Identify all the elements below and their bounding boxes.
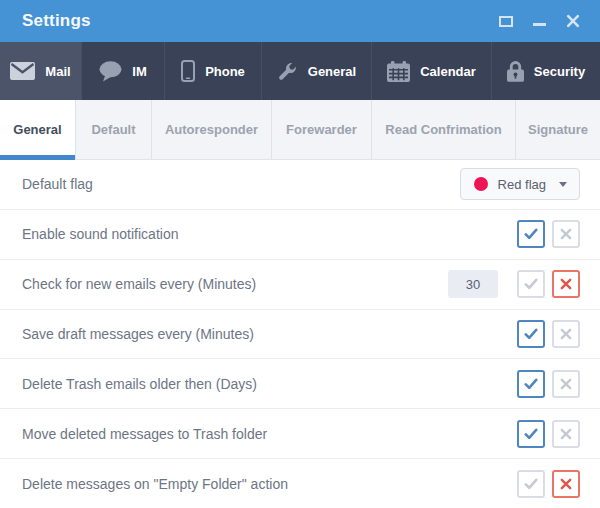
nav-tab-general[interactable]: General xyxy=(262,42,372,100)
setting-row-move-deleted: Move deleted messages to Trash folder xyxy=(0,409,600,459)
nav-tab-im[interactable]: IM xyxy=(82,42,165,100)
setting-row-check-emails: Check for new emails every (Minutes) xyxy=(0,260,600,310)
nav-tab-phone[interactable]: Phone xyxy=(165,42,262,100)
reject-button[interactable] xyxy=(552,420,580,448)
subtab-label: Default xyxy=(91,122,135,137)
dropdown-value: Red flag xyxy=(498,177,546,192)
setting-label: Save draft messages every (Minutes) xyxy=(22,326,254,342)
phone-icon xyxy=(181,60,195,82)
minimize-button[interactable] xyxy=(533,17,546,26)
chat-icon xyxy=(99,61,122,82)
accept-button[interactable] xyxy=(517,370,545,398)
mail-subtabs: General Default Autoresponder Forewarder… xyxy=(0,100,600,160)
setting-label: Delete Trash emails older then (Days) xyxy=(22,376,257,392)
nav-tab-security[interactable]: Security xyxy=(492,42,600,100)
cross-icon xyxy=(560,278,572,290)
nav-tab-label: General xyxy=(308,64,356,79)
maximize-icon xyxy=(499,16,513,27)
nav-tab-label: Security xyxy=(534,64,585,79)
reject-button[interactable] xyxy=(552,270,580,298)
setting-row-delete-trash: Delete Trash emails older then (Days) xyxy=(0,359,600,409)
setting-label: Move deleted messages to Trash folder xyxy=(22,426,267,442)
cross-icon xyxy=(560,378,572,390)
red-flag-dot-icon xyxy=(474,177,488,191)
settings-list: Default flag Red flag Enable sound notif… xyxy=(0,160,600,508)
setting-label: Delete messages on "Empty Folder" action xyxy=(22,476,288,492)
nav-tab-mail[interactable]: Mail xyxy=(0,42,82,100)
titlebar: Settings xyxy=(0,0,600,42)
setting-label: Check for new emails every (Minutes) xyxy=(22,276,256,292)
nav-tab-label: IM xyxy=(132,64,146,79)
subtab-signature[interactable]: Signature xyxy=(516,100,600,159)
minutes-input[interactable] xyxy=(448,270,498,298)
accept-button[interactable] xyxy=(517,270,545,298)
settings-window: Settings Mail IM xyxy=(0,0,600,508)
check-icon xyxy=(524,228,538,240)
nav-tab-label: Calendar xyxy=(420,64,476,79)
close-icon xyxy=(566,14,580,28)
subtab-label: Autoresponder xyxy=(165,122,258,137)
subtab-read-confrimation[interactable]: Read Confrimation xyxy=(372,100,516,159)
main-nav: Mail IM Phone General xyxy=(0,42,600,100)
check-icon xyxy=(524,428,538,440)
accept-button[interactable] xyxy=(517,320,545,348)
wrench-icon xyxy=(277,61,298,82)
accept-button[interactable] xyxy=(517,220,545,248)
nav-tab-calendar[interactable]: Calendar xyxy=(372,42,492,100)
check-icon xyxy=(524,378,538,390)
close-button[interactable] xyxy=(566,14,580,28)
setting-row-default-flag: Default flag Red flag xyxy=(0,160,600,210)
setting-label: Default flag xyxy=(22,176,93,192)
minimize-icon xyxy=(533,23,546,26)
subtab-general[interactable]: General xyxy=(0,100,76,159)
subtab-forewarder[interactable]: Forewarder xyxy=(272,100,372,159)
calendar-icon xyxy=(387,61,410,82)
check-icon xyxy=(524,328,538,340)
default-flag-dropdown[interactable]: Red flag xyxy=(460,168,580,200)
maximize-button[interactable] xyxy=(499,16,513,27)
nav-tab-label: Phone xyxy=(205,64,245,79)
subtab-label: General xyxy=(13,122,61,137)
accept-button[interactable] xyxy=(517,420,545,448)
cross-icon xyxy=(560,328,572,340)
reject-button[interactable] xyxy=(552,220,580,248)
cross-icon xyxy=(560,228,572,240)
reject-button[interactable] xyxy=(552,320,580,348)
mail-icon xyxy=(10,62,35,80)
setting-row-empty-folder: Delete messages on "Empty Folder" action xyxy=(0,459,600,508)
accept-button[interactable] xyxy=(517,470,545,498)
setting-row-save-draft: Save draft messages every (Minutes) xyxy=(0,310,600,360)
reject-button[interactable] xyxy=(552,370,580,398)
subtab-label: Signature xyxy=(528,122,588,137)
check-icon xyxy=(524,278,538,290)
cross-icon xyxy=(560,428,572,440)
window-title: Settings xyxy=(22,11,91,31)
subtab-default[interactable]: Default xyxy=(76,100,152,159)
window-controls xyxy=(499,14,580,28)
subtab-label: Read Confrimation xyxy=(385,122,501,137)
chevron-down-icon xyxy=(559,182,567,187)
lock-icon xyxy=(507,60,524,82)
subtab-autoresponder[interactable]: Autoresponder xyxy=(152,100,272,159)
cross-icon xyxy=(560,478,572,490)
nav-tab-label: Mail xyxy=(45,64,70,79)
reject-button[interactable] xyxy=(552,470,580,498)
subtab-label: Forewarder xyxy=(286,122,357,137)
check-icon xyxy=(524,478,538,490)
setting-label: Enable sound notification xyxy=(22,226,178,242)
setting-row-sound-notification: Enable sound notification xyxy=(0,210,600,260)
